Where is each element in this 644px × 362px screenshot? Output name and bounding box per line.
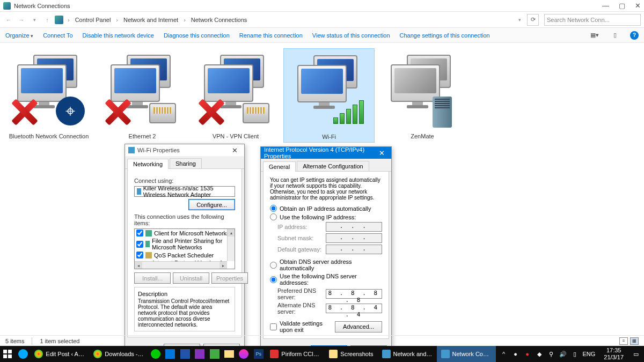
tray-clock[interactable]: 17:3521/3/17 xyxy=(599,347,628,361)
uninstall-button[interactable]: Uninstall xyxy=(173,272,209,284)
help-icon[interactable]: ? xyxy=(630,31,639,40)
taskbar-explorer-icon[interactable] xyxy=(222,346,236,362)
view-options-icon[interactable]: ▦▾ xyxy=(589,31,600,40)
use-ip-radio[interactable] xyxy=(270,213,277,220)
taskbar-word-icon[interactable] xyxy=(178,346,192,362)
address-dropdown[interactable]: ▾ xyxy=(514,14,525,25)
taskbar-task-active[interactable]: Network Connectio... xyxy=(437,346,496,362)
tiles-view-icon[interactable]: ▦ xyxy=(630,337,639,345)
breadcrumb-control-panel[interactable]: Control Panel xyxy=(74,17,112,23)
wifi-icon xyxy=(128,147,135,153)
taskbar-task[interactable]: Network and Shari... xyxy=(378,346,437,362)
tray-app-icon[interactable]: ◆ xyxy=(536,350,543,358)
system-tray: ^ ● ● ◆ ⚲ 🔊 ▯ ENG 17:3521/3/17 ▭ xyxy=(496,347,644,361)
ccleaner-icon xyxy=(270,350,279,358)
taskbar-onenote-icon[interactable] xyxy=(192,346,207,362)
protocol-items-list[interactable]: Client for Microsoft Networks File and P… xyxy=(134,228,235,269)
refresh-button[interactable]: ⟳ xyxy=(527,14,539,26)
disabled-x-icon xyxy=(10,98,38,125)
item-checkbox[interactable] xyxy=(136,230,143,237)
organize-menu[interactable]: Organize xyxy=(5,32,33,39)
search-input[interactable]: Search Network Conn... xyxy=(544,14,641,26)
qos-icon xyxy=(145,252,152,258)
change-settings-button[interactable]: Change settings of this connection xyxy=(400,32,490,39)
advanced-button[interactable]: Advanced... xyxy=(335,321,382,333)
location-icon xyxy=(55,16,63,24)
taskbar-itunes-icon[interactable] xyxy=(237,346,251,362)
maximize-button[interactable]: ▢ xyxy=(619,2,625,10)
taskbar-task[interactable]: Screenshots xyxy=(325,346,377,362)
alternate-dns-field[interactable]: 8 . 8 . 4 . 4 xyxy=(326,304,382,313)
preferred-dns-field[interactable]: 8 . 8 . 8 . 8 xyxy=(326,289,382,299)
item-checkbox[interactable] xyxy=(136,241,143,248)
description-text: Transmission Control Protocol/Internet P… xyxy=(138,298,231,328)
up-button[interactable]: ↑ xyxy=(42,14,53,25)
recent-locations-button[interactable]: ▾ xyxy=(29,14,40,25)
taskbar-task[interactable]: Piriform CCleaner -... xyxy=(266,346,325,362)
disabled-x-icon xyxy=(103,98,131,125)
connection-bluetooth[interactable]: ⌖ Bluetooth Network Connection xyxy=(3,48,94,143)
preview-pane-icon[interactable]: ▯ xyxy=(610,31,620,40)
chrome-icon xyxy=(34,350,43,358)
gateway-field: . . . xyxy=(326,245,382,254)
tab-alternate-config[interactable]: Alternate Configuration xyxy=(297,161,369,171)
obtain-ip-radio[interactable] xyxy=(270,205,277,212)
connection-vpn[interactable]: VPN - VPN Client xyxy=(190,48,281,143)
tab-general[interactable]: General xyxy=(263,161,296,172)
install-button[interactable]: Install... xyxy=(134,272,171,284)
configure-button[interactable]: Configure... xyxy=(188,199,235,210)
close-button[interactable]: ✕ xyxy=(635,2,641,10)
dialog-titlebar[interactable]: Wi-Fi Properties ✕ xyxy=(125,144,244,156)
connection-wifi[interactable]: Wi-Fi xyxy=(283,48,375,143)
taskbar-outlook-icon[interactable] xyxy=(163,346,178,362)
validate-checkbox[interactable] xyxy=(270,323,277,330)
view-status-button[interactable]: View status of this connection xyxy=(312,32,390,39)
tab-sharing[interactable]: Sharing xyxy=(170,158,202,168)
tray-volume-icon[interactable]: 🔊 xyxy=(559,350,567,358)
taskbar-skype-icon[interactable] xyxy=(148,346,163,362)
details-view-icon[interactable]: ≡ xyxy=(619,337,628,345)
connection-label: Ethernet 2 xyxy=(99,133,186,139)
breadcrumb-network-connections[interactable]: Network Connections xyxy=(190,17,248,23)
forward-button[interactable]: → xyxy=(16,14,27,25)
scrollbar-horizontal[interactable]: ◂▸ xyxy=(135,261,227,269)
connect-to-button[interactable]: Connect To xyxy=(43,32,72,39)
connection-label: VPN - VPN Client xyxy=(192,133,279,139)
connect-using-label: Connect using: xyxy=(134,178,235,184)
tray-cloud-icon[interactable]: ● xyxy=(512,350,519,358)
properties-button[interactable]: Properties xyxy=(211,272,248,284)
tray-chevron-icon[interactable]: ^ xyxy=(500,350,508,358)
taskbar-task[interactable]: Edit Post ‹ Addictiv... xyxy=(30,346,89,362)
ip-address-field: . . . xyxy=(326,222,382,232)
start-button[interactable] xyxy=(0,346,16,362)
diagnose-button[interactable]: Diagnose this connection xyxy=(164,32,230,39)
tab-networking[interactable]: Networking xyxy=(127,159,169,169)
tray-language[interactable]: ENG xyxy=(583,351,596,357)
dialog-titlebar[interactable]: Internet Protocol Version 4 (TCP/IPv4) P… xyxy=(261,147,391,159)
back-button[interactable]: ← xyxy=(3,14,14,25)
taskbar-photoshop-icon[interactable]: Ps xyxy=(251,346,266,362)
taskbar-edge-icon[interactable] xyxy=(16,346,30,362)
connection-zenmate[interactable]: ZenMate xyxy=(377,48,468,143)
close-icon[interactable]: ✕ xyxy=(376,149,388,157)
chrome-icon xyxy=(93,350,102,358)
svg-rect-1 xyxy=(8,350,12,353)
disable-device-button[interactable]: Disable this network device xyxy=(83,32,154,39)
tray-power-icon[interactable]: ▯ xyxy=(571,350,579,358)
close-icon[interactable]: ✕ xyxy=(229,146,241,154)
minimize-button[interactable]: — xyxy=(602,2,609,10)
tray-wifi-icon[interactable]: ⚲ xyxy=(547,350,555,358)
subnet-mask-field: . . . xyxy=(326,233,382,243)
obtain-dns-radio[interactable] xyxy=(270,262,277,269)
taskbar-evernote-icon[interactable] xyxy=(207,346,222,362)
use-dns-radio[interactable] xyxy=(270,276,277,283)
tray-battery-icon[interactable]: ● xyxy=(524,350,531,358)
rename-button[interactable]: Rename this connection xyxy=(239,32,303,39)
taskbar-task[interactable]: Downloads - Googl... xyxy=(89,346,148,362)
breadcrumb-network-internet[interactable]: Network and Internet xyxy=(122,17,179,23)
item-checkbox[interactable] xyxy=(136,252,143,258)
adapter-field: Killer Wireless-n/a/ac 1535 Wireless Net… xyxy=(134,186,235,197)
scrollbar-vertical[interactable]: ▴ xyxy=(227,229,235,261)
connection-ethernet2[interactable]: Ethernet 2 xyxy=(97,48,188,143)
tray-notifications-icon[interactable]: ▭ xyxy=(632,350,640,358)
